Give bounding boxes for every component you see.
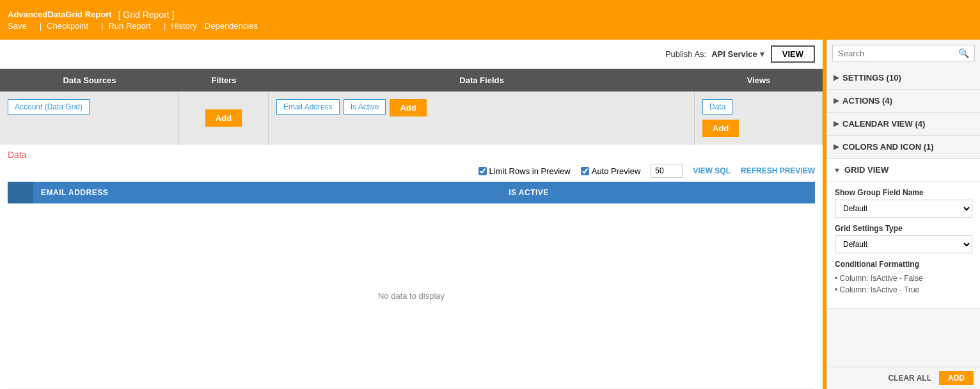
auto-preview-checkbox[interactable] [581,167,589,175]
chevron-down-icon: ▾ [760,49,764,59]
clear-all-button[interactable]: CLEAR ALL [888,374,931,383]
show-group-field-select[interactable]: Default Yes No [835,200,972,218]
grid-settings-type-select[interactable]: Default Custom [835,235,972,253]
cond-item-1[interactable]: Column: IsActive - True [835,284,972,296]
accordion-grid-view: ▼ GRID VIEW Show Group Field Name Defaul… [827,159,980,309]
table-no-data-row: No data to display [8,203,815,389]
accordion-colors-header[interactable]: ▶ COLORS AND ICON (1) [827,136,980,158]
accordion-actions-header[interactable]: ▶ ACTIONS (4) [827,90,980,112]
app-title: AdvancedDataGrid Report [8,10,112,19]
main-layout: Publish As: API Service ▾ VIEW Data Sour… [0,40,980,389]
search-icon: 🔍 [958,48,969,58]
preview-area: Data Limit Rows in Preview Auto Preview … [0,145,823,389]
table-header-row: EMAIL ADDRESS IS ACTIVE [8,182,815,203]
publish-select[interactable]: API Service ▾ [711,49,764,59]
show-group-field-form-group: Show Group Field Name Default Yes No [835,188,972,218]
actions-label: ACTIONS (4) [842,96,892,106]
table-col-isactive: IS ACTIVE [501,182,815,203]
view-sql-button[interactable]: VIEW SQL [693,166,731,175]
data-fields-body: Email Address Is Active Add [269,91,695,145]
accordion-settings-header[interactable]: ▶ SETTINGS (10) [827,67,980,89]
sidebar-bottom-bar: CLEAR ALL ADD [827,367,980,389]
no-data-message: No data to display [8,203,815,389]
views-body: Data Add [695,91,823,145]
view-button[interactable]: VIEW [771,45,815,63]
content-area: Publish As: API Service ▾ VIEW Data Sour… [0,40,823,389]
conditional-formatting-group: Conditional Formatting Column: IsActive … [835,260,972,296]
preview-controls: Limit Rows in Preview Auto Preview VIEW … [8,164,815,178]
table-col-email: EMAIL ADDRESS [33,182,501,203]
add-bottom-button[interactable]: ADD [939,371,974,385]
right-sidebar: 🔍 ▶ SETTINGS (10) ▶ ACTIONS (4) ▶ CALEND… [826,40,980,389]
sections-table: Data Sources Filters Data Fields Views A… [0,69,823,145]
chevron-down-icon-grid: ▼ [834,166,841,174]
cond-item-0[interactable]: Column: IsActive - False [835,273,972,284]
resize-handle[interactable] [823,40,826,389]
data-field-chip-isactive[interactable]: Is Active [344,99,386,115]
grid-view-label: GRID VIEW [844,165,889,175]
colors-icon-label: COLORS AND ICON (1) [842,142,934,152]
chevron-right-icon-4: ▶ [834,143,839,151]
accordion-calendar-header[interactable]: ▶ CALENDAR VIEW (4) [827,113,980,135]
accordion-grid-view-header[interactable]: ▼ GRID VIEW [827,159,980,181]
data-sources-header: Data Sources [0,69,179,91]
limit-rows-label[interactable]: Limit Rows in Preview [478,166,571,176]
limit-rows-checkbox[interactable] [478,167,487,175]
show-group-label: Show Group Field Name [835,188,972,197]
filters-header: Filters [179,69,269,91]
grid-settings-type-label: Grid Settings Type [835,224,972,233]
grid-settings-type-form-group: Grid Settings Type Default Custom [835,224,972,253]
grid-view-content: Show Group Field Name Default Yes No Gri… [827,181,980,308]
nav-checkpoint[interactable]: Checkpoint [47,21,96,31]
table-col-checkbox [8,182,33,203]
nav-history[interactable]: History [171,21,204,31]
data-grid-table: EMAIL ADDRESS IS ACTIVE No data to displ… [8,182,815,389]
data-source-chip-account[interactable]: Account (Data Grid) [8,99,90,115]
search-input[interactable] [838,49,958,58]
chevron-right-icon-3: ▶ [834,120,839,128]
auto-preview-text: Auto Preview [592,166,641,176]
top-header: AdvancedDataGrid Report [ Grid Report ] … [0,0,980,40]
data-fields-header: Data Fields [269,69,695,91]
report-type-label: [ Grid Report ] [118,10,175,20]
views-header: Views [695,69,823,91]
header-nav: Save | Checkpoint | Run Report | History… [8,21,972,31]
chevron-right-icon-2: ▶ [834,97,839,105]
limit-rows-input[interactable] [651,164,683,178]
limit-rows-text: Limit Rows in Preview [489,166,571,176]
refresh-preview-button[interactable]: REFRESH PREVIEW [741,166,815,175]
data-fields-add-button[interactable]: Add [390,99,426,116]
conditional-formatting-title: Conditional Formatting [835,260,972,269]
search-box: 🔍 [832,45,975,61]
settings-label: SETTINGS (10) [842,73,901,83]
nav-save[interactable]: Save [8,21,35,31]
publish-value: API Service [711,49,757,59]
view-chip-data[interactable]: Data [702,99,732,115]
data-sources-body: Account (Data Grid) [0,91,179,145]
accordion-colors-icon: ▶ COLORS AND ICON (1) [827,136,980,159]
nav-run-report[interactable]: Run Report [108,21,158,31]
accordion-settings: ▶ SETTINGS (10) [827,67,980,90]
header-title-row: AdvancedDataGrid Report [ Grid Report ] [8,10,972,20]
views-add-button[interactable]: Add [702,120,739,137]
auto-preview-label[interactable]: Auto Preview [581,166,641,176]
publish-bar: Publish As: API Service ▾ VIEW [0,40,823,69]
preview-label: Data [8,150,815,160]
calendar-view-label: CALENDAR VIEW (4) [842,119,925,129]
chevron-right-icon: ▶ [834,74,839,82]
nav-dependencies[interactable]: Dependencies [205,21,265,31]
accordion-calendar-view: ▶ CALENDAR VIEW (4) [827,113,980,136]
filters-add-button[interactable]: Add [205,109,242,127]
accordion-actions: ▶ ACTIONS (4) [827,90,980,113]
filters-body: Add [179,91,269,145]
data-field-chip-email[interactable]: Email Address [276,99,340,115]
publish-label: Publish As: [665,49,706,59]
